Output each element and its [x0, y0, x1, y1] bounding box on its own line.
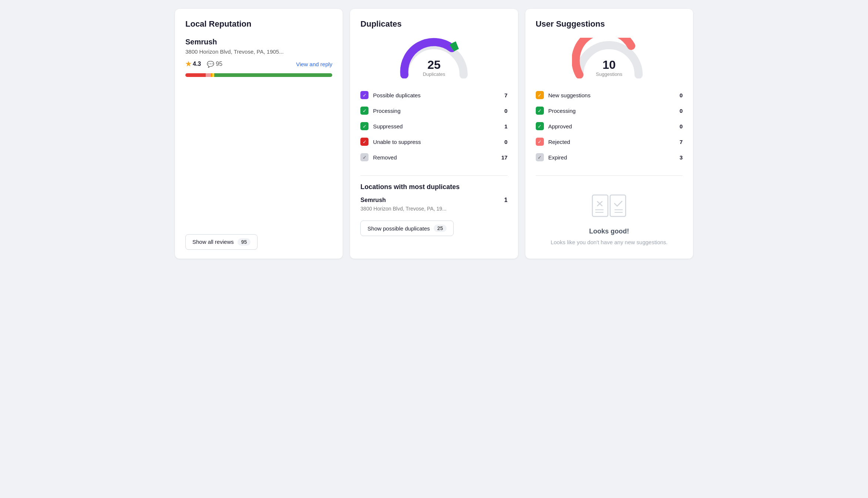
empty-title: Looks good!	[589, 228, 629, 235]
stat-name-possible: Possible duplicates	[373, 92, 504, 98]
icon-red-check-unable: ✓	[360, 138, 369, 146]
user-suggestions-card: User Suggestions 10 Suggestions ✓ New su…	[525, 9, 693, 259]
icon-gray-check-removed: ✓	[360, 153, 369, 161]
stat-name-new-suggestions: New suggestions	[548, 92, 680, 98]
view-reply-link[interactable]: View and reply	[296, 61, 332, 67]
duplicates-stat-list: ✓ Possible duplicates 7 ✓ Processing 0 ✓…	[360, 87, 507, 165]
stat-name-suppressed: Suppressed	[373, 123, 504, 129]
user-suggestions-title: User Suggestions	[536, 19, 683, 29]
icon-green-check-suppressed: ✓	[360, 122, 369, 130]
icon-green-check-approved: ✓	[536, 122, 544, 130]
svg-rect-0	[592, 195, 608, 216]
stat-count-possible: 7	[504, 92, 507, 98]
stat-approved: ✓ Approved 0	[536, 118, 683, 134]
stat-name-sug-processing: Processing	[548, 108, 680, 114]
stat-count-new-suggestions: 0	[680, 92, 683, 98]
stat-expired: ✓ Expired 3	[536, 149, 683, 165]
suggestions-gauge-number: 10	[596, 59, 623, 71]
stat-sug-processing: ✓ Processing 0	[536, 103, 683, 118]
suggestions-stat-list: ✓ New suggestions 0 ✓ Processing 0 ✓ App…	[536, 87, 683, 165]
locations-section-title: Locations with most duplicates	[360, 183, 507, 191]
show-duplicates-label: Show possible duplicates	[367, 225, 430, 232]
show-all-reviews-badge: 95	[238, 238, 251, 246]
stat-removed: ✓ Removed 17	[360, 149, 507, 165]
stat-name-removed: Removed	[373, 154, 501, 161]
stat-name-approved: Approved	[548, 123, 680, 129]
location-name: Semrush	[360, 197, 386, 203]
icon-purple-check: ✓	[360, 91, 369, 99]
stat-processing: ✓ Processing 0	[360, 103, 507, 118]
stat-unable-suppress: ✓ Unable to suppress 0	[360, 134, 507, 149]
docs-icon-svg	[591, 192, 628, 222]
docs-icon-wrap	[591, 192, 628, 222]
comment-icon: 💬	[207, 61, 214, 68]
stat-name-expired: Expired	[548, 154, 680, 161]
duplicates-title: Duplicates	[360, 19, 507, 29]
stat-new-suggestions: ✓ New suggestions 0	[536, 87, 683, 103]
local-reputation-title: Local Reputation	[185, 19, 332, 29]
stat-name-unable: Unable to suppress	[373, 139, 504, 145]
rating-bar	[185, 73, 332, 77]
business-address: 3800 Horizon Blvd, Trevose, PA, 1905...	[185, 48, 332, 55]
location-count: 1	[504, 197, 508, 203]
stat-count-processing: 0	[504, 108, 507, 114]
icon-green-check-processing: ✓	[360, 107, 369, 115]
bar-red-light	[206, 73, 211, 77]
stat-count-sug-processing: 0	[680, 108, 683, 114]
duplicates-gauge-label: Duplicates	[423, 71, 445, 77]
stat-count-rejected: 7	[680, 139, 683, 145]
rating-value: 4.3	[193, 61, 201, 67]
bar-green	[214, 73, 333, 77]
bar-red-dark	[185, 73, 206, 77]
rating-row: ★ 4.3 💬 95 View and reply	[185, 60, 332, 68]
suggestions-gauge-label: Suggestions	[596, 71, 623, 77]
stat-name-rejected: Rejected	[548, 139, 680, 145]
stat-count-removed: 17	[501, 154, 508, 161]
location-row: Semrush 1	[360, 197, 507, 203]
icon-pink-check-rejected: ✓	[536, 138, 544, 146]
duplicates-divider	[360, 175, 507, 176]
stat-count-suppressed: 1	[504, 123, 507, 129]
duplicates-gauge-center: 25 Duplicates	[423, 59, 445, 77]
stat-count-expired: 3	[680, 154, 683, 161]
show-duplicates-badge: 25	[434, 225, 447, 232]
show-possible-duplicates-button[interactable]: Show possible duplicates 25	[360, 221, 454, 236]
stat-count-approved: 0	[680, 123, 683, 129]
star-rating: ★ 4.3	[185, 60, 201, 68]
duplicates-gauge-container: 25 Duplicates	[360, 38, 507, 78]
stat-possible-duplicates: ✓ Possible duplicates 7	[360, 87, 507, 103]
empty-desc: Looks like you don't have any new sugges…	[551, 238, 667, 247]
show-all-reviews-button[interactable]: Show all reviews 95	[185, 234, 258, 250]
stat-count-unable: 0	[504, 139, 507, 145]
duplicates-gauge-number: 25	[423, 59, 445, 71]
suggestions-gauge-center: 10 Suggestions	[596, 59, 623, 77]
empty-state: Looks good! Looks like you don't have an…	[536, 183, 683, 250]
icon-green-check-sug-proc: ✓	[536, 107, 544, 115]
duplicates-card: Duplicates 25 Duplicates ✓	[350, 9, 518, 259]
review-count-value: 95	[216, 61, 222, 67]
suggestions-gauge: 10 Suggestions	[572, 38, 646, 78]
suggestions-gauge-container: 10 Suggestions	[536, 38, 683, 78]
stat-rejected: ✓ Rejected 7	[536, 134, 683, 149]
star-icon: ★	[185, 60, 191, 68]
show-all-reviews-label: Show all reviews	[192, 239, 234, 245]
stat-suppressed: ✓ Suppressed 1	[360, 118, 507, 134]
stat-name-processing: Processing	[373, 108, 504, 114]
location-address: 3800 Horizon Blvd, Trevose, PA, 19...	[360, 206, 507, 212]
business-name: Semrush	[185, 38, 332, 46]
review-count: 💬 95	[207, 61, 222, 68]
suggestions-divider	[536, 175, 683, 176]
dashboard: Local Reputation Semrush 3800 Horizon Bl…	[175, 9, 693, 259]
duplicates-gauge: 25 Duplicates	[397, 38, 471, 78]
local-reputation-card: Local Reputation Semrush 3800 Horizon Bl…	[175, 9, 343, 259]
icon-gray-check-expired: ✓	[536, 153, 544, 161]
icon-yellow-check-new: ✓	[536, 91, 544, 99]
